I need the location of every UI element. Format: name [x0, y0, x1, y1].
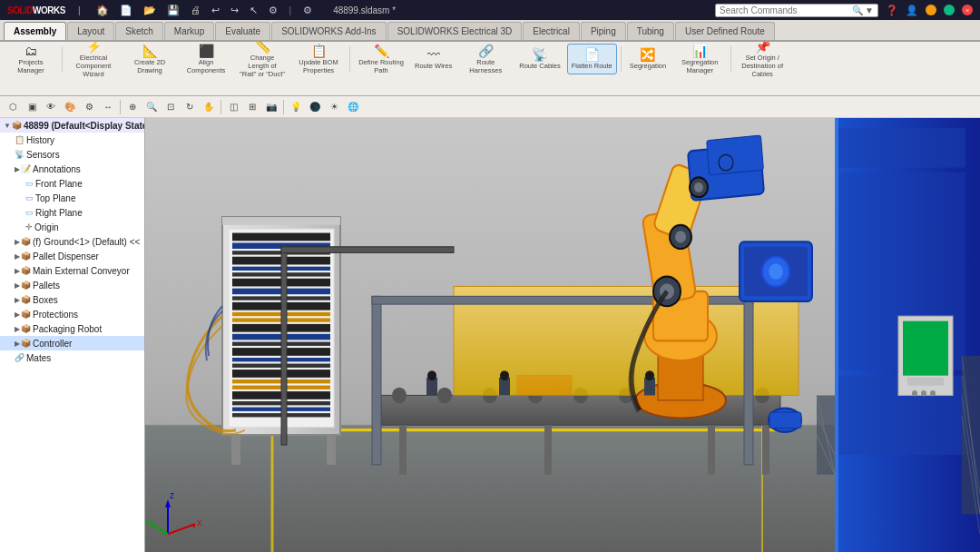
- tree-item-annotations[interactable]: ▶ 📝 Annotations: [0, 162, 144, 176]
- tree-item-pallets[interactable]: ▶ 📦 Pallets: [0, 278, 144, 292]
- annotations-expand-icon[interactable]: ▶: [15, 165, 20, 173]
- updatebom-button[interactable]: 📋 Update BOM Properties: [291, 44, 346, 74]
- tree-item-mates[interactable]: 🔗 Mates: [0, 350, 144, 365]
- options-icon[interactable]: ⚙: [300, 5, 315, 16]
- protections-expand-icon[interactable]: ▶: [15, 310, 20, 319]
- section-view-icon[interactable]: ◫: [224, 98, 242, 116]
- undo-icon[interactable]: ↩: [209, 5, 222, 16]
- 3d-viewport[interactable]: X Y Z: [145, 118, 980, 552]
- shadows-icon[interactable]: 🌑: [306, 98, 324, 116]
- tree-item-pallet-dispenser[interactable]: ▶ 📦 Pallet Dispenser: [0, 249, 144, 263]
- segregation-button[interactable]: 🔀 Segregation: [625, 44, 671, 74]
- electrical-wizard-button[interactable]: ⚡ Electrical Component Wizard: [66, 44, 121, 74]
- boxes-expand-icon[interactable]: ▶: [15, 296, 20, 304]
- tree-item-packaging-robot[interactable]: ▶ 📦 Packaging Robot: [0, 321, 144, 336]
- create2d-button[interactable]: 📐 Create 2D Drawing: [122, 44, 177, 74]
- tab-layout[interactable]: Layout: [67, 22, 114, 40]
- tree-item-ground[interactable]: ▶ 📦 (f) Ground<1> (Default) <<: [0, 234, 144, 249]
- set-origin-button[interactable]: 📌 Set Origin / Destination of Cables: [735, 44, 789, 74]
- tree-item-main-conveyor[interactable]: ▶ 📦 Main External Conveyor: [0, 263, 144, 278]
- tree-item-origin[interactable]: ✛ Origin: [0, 220, 144, 234]
- pallets-expand-icon[interactable]: ▶: [15, 281, 20, 290]
- pan-icon[interactable]: ✋: [200, 98, 218, 116]
- tab-tubing[interactable]: Tubing: [627, 22, 674, 40]
- flatten-route-button[interactable]: 📄 Flatten Route: [567, 44, 617, 74]
- tab-solidworks-addins[interactable]: SOLIDWORKS Add-Ins: [271, 22, 386, 40]
- view-targets-icon[interactable]: ⊞: [243, 98, 261, 116]
- svg-point-80: [675, 231, 686, 242]
- conveyor-expand-icon[interactable]: ▶: [15, 267, 20, 275]
- define-routing-button[interactable]: ✏️ Define Routing Path: [354, 44, 408, 74]
- tab-markup[interactable]: Markup: [164, 22, 214, 40]
- tab-assembly[interactable]: Assembly: [4, 22, 66, 40]
- route-wires-button[interactable]: 〰 Route Wires: [410, 44, 456, 74]
- pallet-dispenser-expand-icon[interactable]: ▶: [15, 252, 20, 261]
- camera-icon[interactable]: 📷: [262, 98, 280, 116]
- tree-root[interactable]: ▼ 📦 48899 (Default<Display State-: [0, 118, 144, 133]
- seg-mgr-label: Segregation Manager: [677, 58, 722, 74]
- tree-item-top-plane[interactable]: ▭ Top Plane: [0, 191, 144, 205]
- root-expand-icon[interactable]: ▼: [4, 122, 11, 130]
- open-icon[interactable]: 📂: [141, 5, 159, 16]
- route-harnesses-button[interactable]: 🔗 Route Harnesses: [458, 44, 513, 74]
- route-harnesses-icon: 🔗: [478, 44, 494, 57]
- projects-manager-button[interactable]: 🗂 Projects Manager: [4, 44, 58, 74]
- svg-rect-60: [399, 425, 407, 475]
- route-cables-label: Route Cables: [519, 62, 560, 70]
- maximize-button[interactable]: [944, 5, 955, 15]
- select-icon[interactable]: ↖: [247, 5, 260, 16]
- controller-expand-icon[interactable]: ▶: [15, 340, 20, 348]
- tree-item-controller[interactable]: ▶ 📦 Controller: [0, 336, 144, 350]
- toolbar-sep-4: [730, 46, 731, 72]
- close-button[interactable]: ×: [962, 5, 973, 15]
- zoom-selection-icon[interactable]: ⊡: [162, 98, 180, 116]
- svg-point-83: [719, 154, 733, 170]
- hide-show-icon[interactable]: 👁: [42, 98, 60, 116]
- search-bar[interactable]: 🔍 ▼: [715, 4, 878, 17]
- minimize-button[interactable]: [926, 5, 936, 15]
- tree-item-protections[interactable]: ▶ 📦 Protections: [0, 307, 144, 321]
- zoom-in-icon[interactable]: 🔍: [142, 98, 161, 116]
- route-cables-button[interactable]: 📡 Route Cables: [514, 44, 564, 74]
- save-icon[interactable]: 💾: [164, 5, 182, 16]
- tree-item-sensors[interactable]: 📡 Sensors: [0, 147, 144, 162]
- zoom-to-fit-icon[interactable]: ⊕: [123, 98, 142, 116]
- display-style-icon[interactable]: ▣: [23, 98, 41, 116]
- tab-evaluate[interactable]: Evaluate: [215, 22, 270, 40]
- new-icon[interactable]: 🏠: [93, 5, 112, 16]
- segregation-manager-button[interactable]: 📊 Segregation Manager: [672, 44, 727, 74]
- tree-item-boxes[interactable]: ▶ 📦 Boxes: [0, 292, 144, 307]
- scene-svg: X Y Z: [145, 118, 980, 552]
- pkg-robot-expand-icon[interactable]: ▶: [15, 325, 20, 333]
- ambient-icon[interactable]: ☀: [325, 98, 343, 116]
- help-icon[interactable]: ❓: [886, 5, 898, 16]
- edit-appearance-icon[interactable]: 🎨: [61, 98, 79, 116]
- tree-item-right-plane[interactable]: ▭ Right Plane: [0, 205, 144, 220]
- view-orientation-icon[interactable]: ⬡: [4, 98, 22, 116]
- annotations-icon: 📝: [21, 164, 31, 173]
- tab-electrical[interactable]: Electrical: [523, 22, 580, 40]
- rebuild-icon[interactable]: ⚙: [266, 5, 280, 16]
- main-content: ▼ 📦 48899 (Default<Display State- 📋 Hist…: [0, 118, 980, 552]
- tree-item-front-plane[interactable]: ▭ Front Plane: [0, 176, 144, 191]
- changelength-button[interactable]: 📏 Change Length of "Rail" or "Duct": [235, 44, 289, 74]
- rotate-view-icon[interactable]: ↻: [181, 98, 199, 116]
- view-setting-icon[interactable]: ⚙: [80, 98, 98, 116]
- controller-label: Controller: [33, 339, 72, 349]
- print-icon[interactable]: 🖨: [188, 5, 203, 15]
- tab-piping[interactable]: Piping: [581, 22, 626, 40]
- realview-icon[interactable]: 💡: [287, 98, 305, 116]
- account-icon[interactable]: 👤: [906, 5, 918, 16]
- redo-icon[interactable]: ↪: [228, 5, 241, 16]
- tab-solidworks-electrical3d[interactable]: SOLIDWORKS Electrical 3D: [387, 22, 523, 40]
- tab-sketch[interactable]: Sketch: [115, 22, 163, 40]
- ground-expand-icon[interactable]: ▶: [15, 238, 20, 246]
- segregation-label: Segregation: [630, 62, 666, 70]
- arrows-icon[interactable]: ↔: [99, 98, 117, 116]
- new-file-icon[interactable]: 📄: [117, 5, 135, 16]
- scene-icon[interactable]: 🌐: [344, 98, 362, 116]
- align-button[interactable]: ⬛ Align Components: [179, 44, 233, 74]
- tree-item-history[interactable]: 📋 History: [0, 133, 144, 147]
- search-input[interactable]: [720, 5, 852, 15]
- tab-user-defined-route[interactable]: User Defined Route: [675, 22, 775, 40]
